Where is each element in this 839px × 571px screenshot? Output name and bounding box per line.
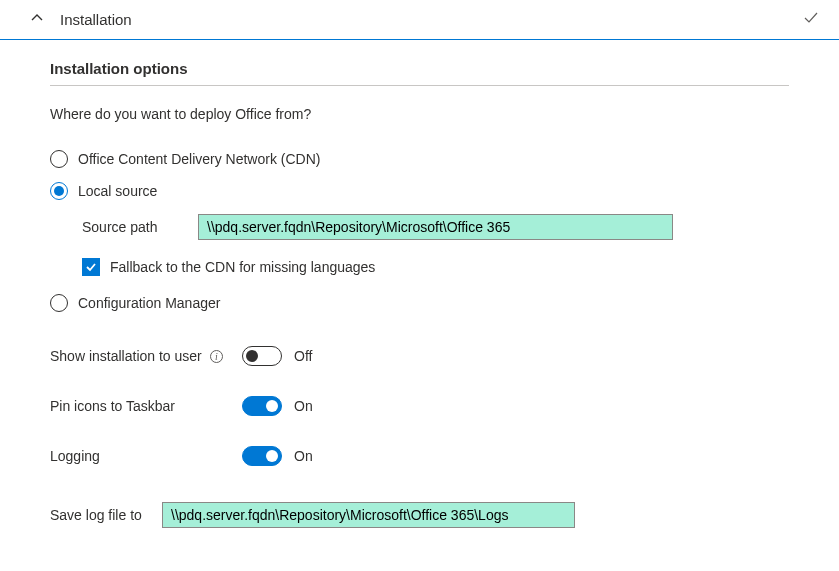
checkmark-icon	[803, 10, 819, 29]
toggle-label: Logging	[50, 448, 242, 464]
toggle-logging: Logging On	[50, 446, 789, 466]
fallback-checkbox-row[interactable]: Fallback to the CDN for missing language…	[82, 258, 789, 276]
toggle-label: Show installation to user i	[50, 348, 242, 364]
section-header[interactable]: Installation	[0, 0, 839, 40]
radio-label: Configuration Manager	[78, 295, 220, 311]
save-log-input[interactable]	[162, 502, 575, 528]
radio-icon	[50, 150, 68, 168]
save-log-label: Save log file to	[50, 507, 162, 523]
source-path-field: Source path	[82, 214, 789, 240]
toggle-switch-off[interactable]	[242, 346, 282, 366]
section-title: Installation	[60, 11, 803, 28]
radio-option-cfgmgr[interactable]: Configuration Manager	[50, 294, 789, 312]
source-path-input[interactable]	[198, 214, 673, 240]
radio-label: Office Content Delivery Network (CDN)	[78, 151, 320, 167]
radio-label: Local source	[78, 183, 157, 199]
options-heading: Installation options	[50, 60, 789, 86]
radio-icon-selected	[50, 182, 68, 200]
toggle-state: On	[294, 398, 313, 414]
toggle-state: On	[294, 448, 313, 464]
radio-icon	[50, 294, 68, 312]
toggle-show-install: Show installation to user i Off	[50, 346, 789, 366]
section-body: Installation options Where do you want t…	[0, 40, 839, 548]
save-log-field: Save log file to	[50, 502, 789, 528]
radio-option-cdn[interactable]: Office Content Delivery Network (CDN)	[50, 150, 789, 168]
radio-option-local[interactable]: Local source	[50, 182, 789, 200]
toggle-pin-taskbar: Pin icons to Taskbar On	[50, 396, 789, 416]
toggle-switch-on[interactable]	[242, 396, 282, 416]
toggle-label-text: Show installation to user	[50, 348, 202, 364]
fallback-label: Fallback to the CDN for missing language…	[110, 259, 375, 275]
toggle-label: Pin icons to Taskbar	[50, 398, 242, 414]
checkbox-checked-icon	[82, 258, 100, 276]
toggle-switch-on[interactable]	[242, 446, 282, 466]
info-icon[interactable]: i	[210, 350, 223, 363]
deploy-question: Where do you want to deploy Office from?	[50, 106, 789, 122]
toggle-state: Off	[294, 348, 312, 364]
chevron-up-icon	[30, 11, 44, 28]
source-path-label: Source path	[82, 219, 198, 235]
